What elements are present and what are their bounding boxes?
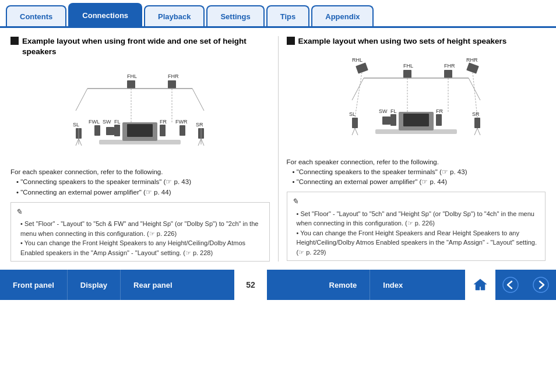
svg-text:FHL: FHL xyxy=(127,73,137,79)
svg-rect-2 xyxy=(127,124,153,137)
svg-text:FR: FR xyxy=(160,119,167,125)
square-icon-right xyxy=(287,37,295,45)
svg-rect-10 xyxy=(94,125,100,136)
home-button[interactable] xyxy=(465,270,495,300)
right-section-title: Example layout when using two sets of he… xyxy=(287,36,546,47)
section-divider xyxy=(278,36,279,262)
svg-text:FL: FL xyxy=(390,108,397,114)
svg-text:FR: FR xyxy=(436,108,443,114)
left-section-title: Example layout when using front wide and… xyxy=(10,36,270,56)
svg-line-26 xyxy=(76,89,87,111)
tab-connections[interactable]: Connections xyxy=(68,3,142,26)
svg-line-30 xyxy=(198,139,201,146)
tab-settings[interactable]: Settings xyxy=(206,5,264,26)
tab-contents[interactable]: Contents xyxy=(6,5,66,26)
svg-rect-38 xyxy=(352,118,358,128)
svg-text:SW: SW xyxy=(103,119,111,125)
svg-line-62 xyxy=(474,128,477,135)
svg-text:RHR: RHR xyxy=(466,57,478,63)
svg-text:FWR: FWR xyxy=(175,119,188,125)
svg-rect-11 xyxy=(180,125,185,136)
right-diagram: FHL FHR RHL RHR FL FR SW SL SR xyxy=(287,52,546,151)
back-button[interactable] xyxy=(495,270,526,300)
svg-line-31 xyxy=(201,139,204,146)
svg-rect-13 xyxy=(168,80,176,89)
right-section: Example layout when using two sets of he… xyxy=(287,36,546,262)
svg-rect-12 xyxy=(127,80,135,89)
tab-tips[interactable]: Tips xyxy=(266,5,310,26)
svg-line-28 xyxy=(76,139,79,146)
left-notes: ✎ Set "Floor" - "Layout" to "5ch & FW" a… xyxy=(10,202,270,262)
svg-rect-35 xyxy=(390,114,396,126)
right-notes: ✎ Set "Floor" - "Layout" to "5ch" and "H… xyxy=(287,192,546,261)
svg-text:RHL: RHL xyxy=(352,57,363,63)
forward-button[interactable] xyxy=(526,270,556,300)
svg-rect-34 xyxy=(403,114,429,126)
svg-text:FHR: FHR xyxy=(168,73,179,79)
svg-text:FHL: FHL xyxy=(403,63,413,69)
svg-text:SR: SR xyxy=(472,111,480,117)
remote-button[interactable]: Remote xyxy=(316,270,371,300)
bottom-nav-right-btns: Remote Index xyxy=(316,270,416,300)
svg-line-59 xyxy=(469,78,480,100)
nav-tabs: Contents Connections Playback Settings T… xyxy=(0,0,556,28)
svg-text:SW: SW xyxy=(379,108,388,114)
square-icon-left xyxy=(10,37,19,45)
svg-text:SL: SL xyxy=(73,122,79,128)
bottom-nav-center: 52 xyxy=(234,270,267,300)
svg-line-60 xyxy=(352,128,355,135)
bottom-nav: Front panel Display Rear panel 52 Remote… xyxy=(0,270,556,300)
svg-line-63 xyxy=(477,128,480,135)
front-panel-button[interactable]: Front panel xyxy=(0,270,68,300)
svg-rect-3 xyxy=(114,125,120,136)
svg-line-61 xyxy=(355,128,358,135)
right-intro: For each speaker connection, refer to th… xyxy=(287,157,546,188)
svg-text:FHR: FHR xyxy=(444,63,455,69)
bottom-nav-icons xyxy=(465,270,556,300)
display-button[interactable]: Display xyxy=(68,270,121,300)
svg-line-29 xyxy=(79,139,82,146)
svg-rect-4 xyxy=(160,125,166,136)
svg-text:SL: SL xyxy=(349,111,356,117)
svg-line-27 xyxy=(192,89,204,111)
svg-rect-41 xyxy=(444,70,452,78)
svg-text:FWL: FWL xyxy=(89,119,100,125)
tab-playback[interactable]: Playback xyxy=(144,5,205,26)
svg-rect-39 xyxy=(474,118,480,128)
svg-rect-36 xyxy=(436,114,442,126)
left-section: Example layout when using front wide and… xyxy=(10,36,270,262)
rear-panel-button[interactable]: Rear panel xyxy=(121,270,185,300)
svg-rect-42 xyxy=(356,62,368,73)
page-number: 52 xyxy=(234,270,267,300)
svg-line-46 xyxy=(355,72,362,118)
svg-text:FL: FL xyxy=(114,119,121,125)
svg-rect-43 xyxy=(466,62,479,73)
svg-rect-5 xyxy=(106,127,114,135)
index-button[interactable]: Index xyxy=(370,270,416,300)
bottom-nav-left: Front panel Display Rear panel xyxy=(0,270,185,300)
svg-rect-37 xyxy=(382,116,390,125)
svg-text:SR: SR xyxy=(196,122,203,128)
left-diagram: FHL FHR FL FR SW SL SR FWL FWR xyxy=(10,62,270,161)
svg-rect-40 xyxy=(403,70,411,78)
tab-appendix[interactable]: Appendix xyxy=(311,5,374,26)
svg-point-65 xyxy=(533,277,548,292)
svg-point-64 xyxy=(503,277,518,292)
main-content: Example layout when using front wide and… xyxy=(0,28,556,266)
left-intro: For each speaker connection, refer to th… xyxy=(10,167,270,197)
